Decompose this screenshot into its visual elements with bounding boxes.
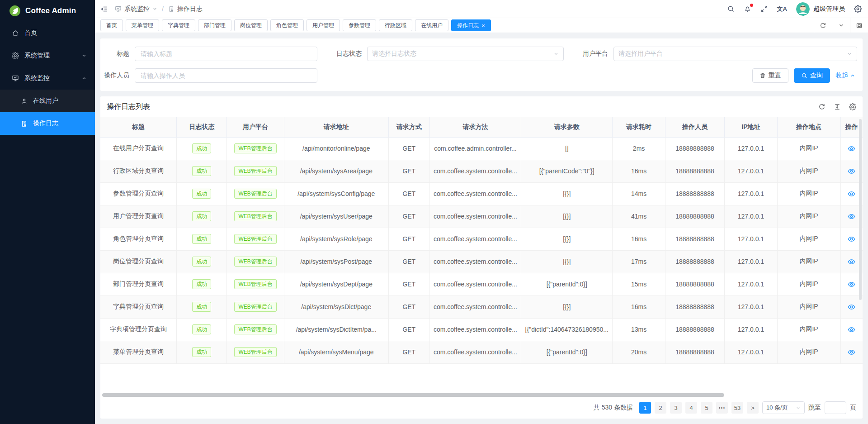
page-unit: 页 [850, 404, 856, 412]
sidebar-collapse-icon[interactable] [100, 5, 108, 13]
page-button-5[interactable]: 5 [701, 402, 712, 414]
page-size-select[interactable]: 10 条/页 [762, 401, 805, 414]
tab-2[interactable]: 菜单管理 [126, 19, 159, 31]
page-button-4[interactable]: 4 [685, 402, 697, 414]
page-ellipsis[interactable]: ••• [716, 402, 728, 414]
status-tag: 成功 [192, 189, 211, 199]
fullscreen-icon[interactable] [760, 5, 768, 13]
log-status-select[interactable]: 请选择日志状态 [367, 47, 564, 61]
home-icon [12, 29, 19, 37]
jump-page-input[interactable] [825, 401, 846, 414]
sidebar-item-system-monitor[interactable]: 系统监控 [0, 67, 95, 90]
view-icon[interactable] [848, 145, 855, 152]
column-header: 请求耗时 [613, 117, 665, 137]
user-menu[interactable]: 超级管理员 [796, 2, 845, 16]
chevron-down-icon[interactable] [152, 6, 157, 11]
operator-input[interactable] [135, 68, 317, 83]
table-row: 用户管理分页查询成功WEB管理后台/api/system/sysUser/pag… [100, 205, 863, 228]
page-button-53[interactable]: 53 [731, 402, 743, 414]
row-height-icon[interactable] [834, 103, 841, 110]
cell-status: 成功 [177, 182, 227, 205]
tab-controls [814, 18, 868, 33]
notification-bell-icon[interactable] [744, 5, 751, 13]
refresh-icon[interactable] [814, 18, 832, 33]
view-icon[interactable] [848, 213, 855, 220]
cell-func: com.coffee.system.controlle... [429, 182, 521, 205]
horizontal-scrollbar-thumb[interactable] [102, 393, 724, 397]
view-icon[interactable] [848, 281, 855, 288]
cell-params: [{"parentCode":"0"}] [521, 160, 613, 182]
column-settings-gear-icon[interactable] [849, 103, 856, 110]
cell-params: [{"dictId":140647326180950... [521, 318, 613, 341]
tab-9[interactable]: 行政区域 [379, 19, 412, 31]
page-button-3[interactable]: 3 [670, 402, 682, 414]
page-size-value: 10 条/页 [766, 404, 788, 412]
tab-3[interactable]: 字典管理 [162, 19, 195, 31]
pagination: 共 530 条数据 12345•••53 > 10 条/页 跳至 页 [100, 397, 863, 419]
view-icon[interactable] [848, 190, 855, 198]
reset-label: 重置 [769, 71, 781, 80]
sidebar-item-online-users[interactable]: 在线用户 [0, 90, 95, 112]
page-button-2[interactable]: 2 [655, 402, 666, 414]
language-translate-icon[interactable]: 文A [777, 5, 787, 13]
view-icon[interactable] [848, 235, 855, 243]
tab-5[interactable]: 岗位管理 [234, 19, 268, 31]
sidebar: Coffee Admin 首页 系统管理 [0, 0, 95, 424]
view-icon[interactable] [848, 303, 855, 311]
view-icon[interactable] [848, 167, 855, 175]
breadcrumb-level1[interactable]: 系统监控 [124, 5, 150, 13]
cell-method: GET [388, 341, 429, 363]
next-page-button[interactable]: > [747, 402, 759, 414]
log-list-card: 操作日志列表 [100, 96, 863, 419]
cell-title: 岗位管理分页查询 [100, 250, 177, 273]
status-tag: 成功 [192, 324, 211, 334]
sidebar-item-system-manage[interactable]: 系统管理 [0, 44, 95, 67]
sidebar-submenu: 在线用户 操作日志 [0, 90, 95, 135]
collapse-form-link[interactable]: 收起 [835, 71, 855, 80]
vertical-scrollbar[interactable] [859, 119, 862, 300]
cell-method: GET [388, 205, 429, 228]
cell-method: GET [388, 137, 429, 160]
cell-params: [{}] [521, 295, 613, 318]
settings-gear-icon[interactable] [854, 5, 862, 13]
page-button-1[interactable]: 1 [639, 402, 651, 414]
tab-10[interactable]: 在线用户 [415, 19, 448, 31]
monitor-icon [115, 5, 122, 12]
sidebar-item-home[interactable]: 首页 [0, 22, 95, 44]
tab-11[interactable]: 操作日志× [451, 19, 491, 31]
tab-close-icon[interactable]: × [481, 23, 485, 29]
cell-url: /api/system/sysPost/page [284, 250, 388, 273]
view-icon[interactable] [848, 348, 855, 356]
tab-1[interactable]: 首页 [100, 19, 123, 31]
cell-method: GET [388, 318, 429, 341]
tab-6[interactable]: 角色管理 [270, 19, 304, 31]
view-icon[interactable] [848, 326, 855, 333]
tab-7[interactable]: 用户管理 [307, 19, 340, 31]
table-row: 岗位管理分页查询成功WEB管理后台/api/system/sysPost/pag… [100, 250, 863, 273]
tab-8[interactable]: 参数管理 [343, 19, 376, 31]
title-input[interactable] [135, 47, 317, 61]
horizontal-scrollbar[interactable] [102, 393, 861, 397]
status-tag: 成功 [192, 143, 211, 153]
cell-url: /api/system/sysUser/page [284, 205, 388, 228]
refresh-icon[interactable] [818, 103, 826, 110]
sidebar-item-operation-log[interactable]: 操作日志 [0, 112, 95, 135]
column-header: 请求地址 [284, 117, 388, 137]
cell-platform: WEB管理后台 [227, 318, 284, 341]
cell-location: 内网IP [777, 318, 840, 341]
reset-button[interactable]: 重置 [752, 68, 788, 83]
search-icon[interactable] [727, 5, 735, 13]
tab-label: 行政区域 [385, 20, 406, 31]
maximize-icon[interactable] [850, 18, 868, 33]
chevron-down-icon[interactable] [832, 18, 850, 33]
tab-4[interactable]: 部门管理 [198, 19, 231, 31]
cell-location: 内网IP [777, 137, 840, 160]
cell-operator: 18888888888 [665, 182, 725, 205]
search-label: 查询 [810, 71, 823, 80]
sidebar-item-label: 首页 [24, 29, 37, 37]
user-platform-select[interactable]: 请选择用户平台 [613, 47, 857, 61]
panel-tools [818, 103, 856, 110]
chevron-up-icon [850, 73, 855, 78]
view-icon[interactable] [848, 258, 855, 266]
search-button[interactable]: 查询 [794, 68, 830, 83]
